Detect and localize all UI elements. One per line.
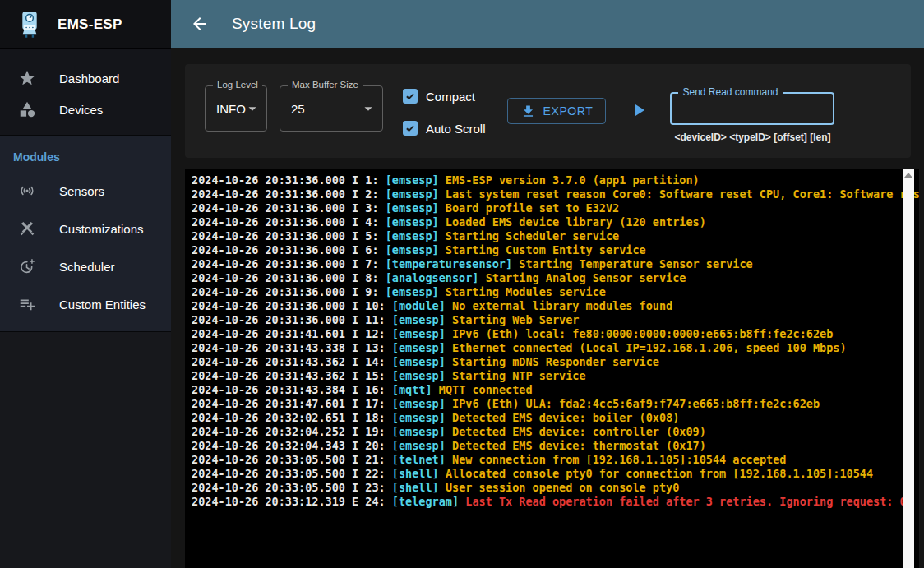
sidebar-item-label: Custom Entities xyxy=(59,298,146,312)
export-button[interactable]: EXPORT xyxy=(507,98,607,124)
sidebar-item-dashboard[interactable]: Dashboard xyxy=(0,62,171,94)
auto-scroll-checkbox-label: Auto Scroll xyxy=(426,122,486,136)
modules-section-header: Modules xyxy=(0,144,171,172)
log-line: 2024-10-26 20:33:05.500 I 21: [telnet] N… xyxy=(192,453,912,467)
sidebar-item-sensors[interactable]: Sensors xyxy=(0,172,171,210)
sidebar: EMS-ESP Dashboard Devices xyxy=(0,0,171,568)
check-icon xyxy=(404,90,416,102)
log-line: 2024-10-26 20:33:05.500 I 23: [shell] Us… xyxy=(192,481,912,495)
log-line: 2024-10-26 20:31:41.601 I 12: [emsesp] I… xyxy=(192,327,912,341)
log-line: 2024-10-26 20:31:36.000 I 9: [emsesp] St… xyxy=(192,285,912,299)
log-line: 2024-10-26 20:31:36.000 I 3: [emsesp] Bo… xyxy=(192,201,912,215)
log-line: 2024-10-26 20:32:02.651 I 18: [emsesp] D… xyxy=(192,411,912,425)
log-panel[interactable]: 2024-10-26 20:31:36.000 I 1: [emsesp] EM… xyxy=(185,169,919,568)
sidebar-item-label: Dashboard xyxy=(59,72,119,85)
checkbox-group: Compact Auto Scroll xyxy=(403,82,486,158)
sidebar-item-scheduler[interactable]: Scheduler xyxy=(0,247,171,285)
log-lines: 2024-10-26 20:31:36.000 I 1: [emsesp] EM… xyxy=(185,169,919,509)
log-line: 2024-10-26 20:31:36.000 I 6: [emsesp] St… xyxy=(192,243,912,257)
topbar: System Log xyxy=(171,0,924,48)
log-line: 2024-10-26 20:31:43.362 I 15: [emsesp] S… xyxy=(192,369,912,383)
content-area: Log Level INFO Max Buffer Size 25 xyxy=(171,48,924,568)
send-command-field[interactable]: Send Read command xyxy=(670,92,834,125)
auto-scroll-checkbox[interactable] xyxy=(403,121,418,136)
max-buffer-select[interactable]: Max Buffer Size 25 xyxy=(280,85,383,132)
scrollbar-up-arrow[interactable] xyxy=(903,169,914,181)
chevron-down-icon xyxy=(359,99,377,118)
sidebar-item-label: Customizations xyxy=(59,222,144,236)
log-line: 2024-10-26 20:31:36.000 I 8: [analogsens… xyxy=(192,271,912,285)
sidebar-nav-top: Dashboard Devices xyxy=(0,49,171,135)
page-title: System Log xyxy=(232,15,316,33)
log-line: 2024-10-26 20:31:36.000 I 4: [emsesp] Lo… xyxy=(192,215,912,229)
log-line: 2024-10-26 20:33:12.319 E 24: [telegram]… xyxy=(192,495,912,509)
back-button[interactable] xyxy=(189,13,210,35)
log-level-select[interactable]: Log Level INFO xyxy=(205,85,267,132)
boiler-logo-icon xyxy=(15,10,44,39)
log-line: 2024-10-26 20:32:04.343 I 20: [emsesp] D… xyxy=(192,439,912,453)
star-icon xyxy=(18,69,36,87)
app-logo-row: EMS-ESP xyxy=(0,0,171,49)
max-buffer-label: Max Buffer Size xyxy=(288,80,363,90)
log-line: 2024-10-26 20:31:43.362 I 14: [emsesp] S… xyxy=(192,355,912,369)
check-icon xyxy=(404,122,416,134)
app-title: EMS-ESP xyxy=(58,16,122,33)
log-line: 2024-10-26 20:33:05.500 I 22: [shell] Al… xyxy=(192,467,912,481)
log-line: 2024-10-26 20:31:36.000 I 1: [emsesp] EM… xyxy=(192,173,912,187)
play-icon xyxy=(629,100,649,120)
log-line: 2024-10-26 20:31:36.000 I 10: [module] N… xyxy=(192,299,912,313)
send-command-group: Send Read command <deviceID> <typeID> [o… xyxy=(670,85,834,158)
compact-checkbox-label: Compact xyxy=(426,90,475,104)
log-line: 2024-10-26 20:31:47.601 I 17: [emsesp] I… xyxy=(192,397,912,411)
sidebar-item-label: Scheduler xyxy=(59,260,115,274)
log-scrollbar[interactable] xyxy=(903,169,914,568)
download-icon xyxy=(520,104,536,119)
export-button-label: EXPORT xyxy=(543,104,594,118)
sidebar-item-label: Sensors xyxy=(59,184,104,198)
send-read-button[interactable] xyxy=(629,100,649,120)
compact-checkbox-row[interactable]: Compact xyxy=(403,82,486,110)
sidebar-item-customizations[interactable]: Customizations xyxy=(0,210,171,247)
category-shapes-icon xyxy=(18,100,36,118)
sensors-icon xyxy=(18,182,36,200)
log-line: 2024-10-26 20:31:43.338 I 13: [emsesp] E… xyxy=(192,341,912,355)
arrow-left-icon xyxy=(190,14,210,34)
log-level-label: Log Level xyxy=(213,80,262,90)
sidebar-item-custom-entities[interactable]: Custom Entities xyxy=(0,285,171,323)
playlist-add-icon xyxy=(18,295,36,313)
log-toolbar-card: Log Level INFO Max Buffer Size 25 xyxy=(185,64,911,158)
sidebar-item-devices[interactable]: Devices xyxy=(0,94,171,125)
compact-checkbox[interactable] xyxy=(403,89,418,104)
log-level-value: INFO xyxy=(216,102,246,116)
sidebar-item-label: Devices xyxy=(59,103,103,117)
sidebar-filler xyxy=(0,332,171,568)
log-line: 2024-10-26 20:31:43.384 I 16: [mqtt] MQT… xyxy=(192,383,912,397)
log-line: 2024-10-26 20:31:36.000 I 11: [emsesp] S… xyxy=(192,313,912,327)
send-command-input[interactable] xyxy=(672,94,833,123)
log-line: 2024-10-26 20:31:36.000 I 7: [temperatur… xyxy=(192,257,912,271)
log-line: 2024-10-26 20:32:04.252 I 19: [emsesp] D… xyxy=(192,425,912,439)
log-line: 2024-10-26 20:31:36.000 I 5: [emsesp] St… xyxy=(192,229,912,243)
tools-icon xyxy=(18,219,36,238)
max-buffer-value: 25 xyxy=(291,102,305,116)
main-column: System Log Log Level INFO Max Buffer Siz… xyxy=(171,0,924,568)
log-line: 2024-10-26 20:31:36.000 I 2: [emsesp] La… xyxy=(192,187,912,201)
app-root: EMS-ESP Dashboard Devices xyxy=(0,0,924,568)
send-command-helper: <deviceID> <typeID> [offset] [len] xyxy=(670,132,834,143)
chevron-down-icon xyxy=(243,99,261,118)
send-command-label: Send Read command xyxy=(678,86,782,98)
clock-plus-icon xyxy=(18,257,36,275)
auto-scroll-checkbox-row[interactable]: Auto Scroll xyxy=(403,114,486,142)
sidebar-modules-section: Modules Sensors xyxy=(0,135,171,332)
